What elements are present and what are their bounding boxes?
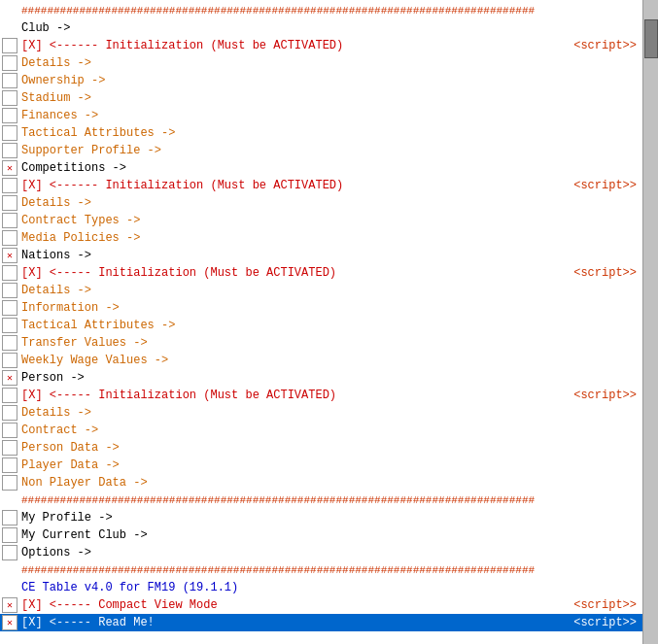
checkbox[interactable] bbox=[2, 230, 17, 246]
row-text: Tactical Attributes -> bbox=[21, 319, 175, 332]
script-tag: <script>> bbox=[573, 616, 641, 629]
checkbox-placeholder bbox=[2, 562, 17, 578]
list-item: ✕[X] <----- Read Me!<script>> bbox=[0, 614, 642, 631]
checkbox[interactable] bbox=[2, 475, 17, 491]
checkbox-placeholder bbox=[2, 3, 17, 18]
list-item: Transfer Values -> bbox=[0, 334, 642, 352]
list-item: Details -> bbox=[0, 404, 642, 422]
list-item: Ownership -> bbox=[0, 72, 642, 89]
list-item: ✕Competitions -> bbox=[0, 159, 642, 177]
row-text: [X] <----- Read Me! bbox=[21, 616, 155, 629]
checkbox[interactable] bbox=[2, 73, 17, 88]
checkbox-placeholder bbox=[2, 20, 17, 36]
script-tag: <script>> bbox=[573, 389, 641, 402]
row-text: Transfer Values -> bbox=[21, 336, 148, 350]
list-item: Weekly Wage Values -> bbox=[0, 352, 642, 369]
list-item: Non Player Data -> bbox=[0, 474, 642, 491]
row-text: Options -> bbox=[21, 546, 91, 559]
list-item: Options -> bbox=[0, 544, 642, 561]
script-tag: <script>> bbox=[573, 179, 641, 192]
checkbox[interactable]: ✕ bbox=[2, 597, 17, 613]
checkbox[interactable] bbox=[2, 440, 17, 456]
row-text: My Current Club -> bbox=[21, 528, 148, 542]
checkbox[interactable] bbox=[2, 335, 17, 351]
checkbox[interactable] bbox=[2, 458, 17, 473]
row-text: [X] <------ Initialization (Must be ACTI… bbox=[21, 179, 343, 192]
checkbox[interactable] bbox=[2, 388, 17, 403]
list-area[interactable]: ########################################… bbox=[0, 0, 642, 644]
list-item: Person Data -> bbox=[0, 439, 642, 457]
checkbox[interactable]: ✕ bbox=[2, 615, 17, 630]
row-text: Details -> bbox=[21, 284, 91, 297]
row-text: Player Data -> bbox=[21, 458, 120, 472]
checkbox[interactable] bbox=[2, 213, 17, 228]
checkbox[interactable] bbox=[2, 353, 17, 368]
row-text: ########################################… bbox=[21, 564, 535, 576]
row-text: [X] <----- Initialization (Must be ACTIV… bbox=[21, 266, 336, 280]
checkbox[interactable] bbox=[2, 510, 17, 525]
list-item: My Current Club -> bbox=[0, 526, 642, 544]
list-item: Media Policies -> bbox=[0, 229, 642, 247]
list-item: My Profile -> bbox=[0, 509, 642, 526]
row-text: Contract Types -> bbox=[21, 214, 140, 227]
list-item: ########################################… bbox=[0, 561, 642, 579]
row-text: Person -> bbox=[21, 371, 85, 385]
list-item: ########################################… bbox=[0, 491, 642, 509]
checkbox[interactable] bbox=[2, 178, 17, 193]
checkbox[interactable] bbox=[2, 55, 17, 71]
row-text: Details -> bbox=[21, 196, 91, 210]
scrollbar[interactable] bbox=[642, 0, 658, 644]
list-item: Tactical Attributes -> bbox=[0, 124, 642, 142]
checkbox[interactable] bbox=[2, 527, 17, 543]
scrollbar-thumb[interactable] bbox=[644, 19, 658, 58]
row-text: ########################################… bbox=[21, 494, 535, 506]
checkbox[interactable] bbox=[2, 108, 17, 123]
row-text: Nations -> bbox=[21, 249, 91, 262]
list-item: ✕[X] <----- Compact View Mode<script>> bbox=[0, 596, 642, 614]
checkbox[interactable] bbox=[2, 265, 17, 281]
checkbox[interactable] bbox=[2, 143, 17, 158]
row-text: Contract -> bbox=[21, 424, 98, 437]
list-item: Details -> bbox=[0, 282, 642, 299]
checkbox[interactable]: ✕ bbox=[2, 370, 17, 386]
list-item: ✕Nations -> bbox=[0, 247, 642, 264]
row-text: Finances -> bbox=[21, 109, 98, 122]
main-container: ########################################… bbox=[0, 0, 658, 644]
row-text: Competitions -> bbox=[21, 161, 126, 175]
row-text: Person Data -> bbox=[21, 441, 120, 455]
list-item: ########################################… bbox=[0, 2, 642, 19]
checkbox[interactable] bbox=[2, 545, 17, 560]
checkbox[interactable]: ✕ bbox=[2, 248, 17, 263]
row-text: Non Player Data -> bbox=[21, 476, 148, 490]
list-item: Details -> bbox=[0, 54, 642, 72]
script-tag: <script>> bbox=[573, 598, 641, 612]
checkbox[interactable] bbox=[2, 300, 17, 316]
row-text: Stadium -> bbox=[21, 91, 91, 105]
checkbox-placeholder bbox=[2, 492, 17, 508]
list-item: CE Table v4.0 for FM19 (19.1.1) bbox=[0, 579, 642, 596]
checkbox[interactable] bbox=[2, 318, 17, 333]
list-item: Finances -> bbox=[0, 107, 642, 124]
checkbox[interactable]: ✕ bbox=[2, 160, 17, 176]
script-tag: <script>> bbox=[573, 266, 641, 280]
checkbox[interactable] bbox=[2, 283, 17, 298]
row-text: Club -> bbox=[21, 21, 70, 35]
checkbox[interactable] bbox=[2, 195, 17, 211]
list-item: Club -> bbox=[0, 19, 642, 37]
checkbox[interactable] bbox=[2, 90, 17, 106]
row-text: Details -> bbox=[21, 56, 91, 70]
checkbox[interactable] bbox=[2, 405, 17, 421]
list-item: Supporter Profile -> bbox=[0, 142, 642, 159]
row-text: My Profile -> bbox=[21, 511, 113, 525]
row-text: Weekly Wage Values -> bbox=[21, 354, 168, 367]
list-item: ✕Person -> bbox=[0, 369, 642, 387]
list-item: [X] <------ Initialization (Must be ACTI… bbox=[0, 177, 642, 194]
checkbox[interactable] bbox=[2, 38, 17, 53]
row-text: Details -> bbox=[21, 406, 91, 420]
row-text: Media Policies -> bbox=[21, 231, 140, 245]
checkbox[interactable] bbox=[2, 125, 17, 141]
checkbox[interactable] bbox=[2, 423, 17, 438]
list-item: Player Data -> bbox=[0, 457, 642, 474]
list-item: Information -> bbox=[0, 299, 642, 317]
row-text: Supporter Profile -> bbox=[21, 144, 161, 157]
